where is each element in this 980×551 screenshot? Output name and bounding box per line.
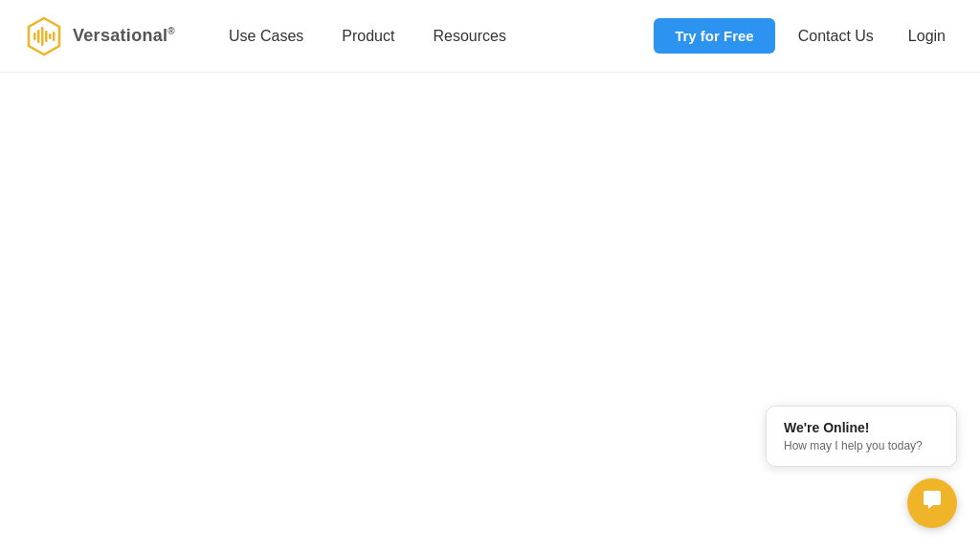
nav-use-cases[interactable]: Use Cases: [213, 20, 319, 53]
nav-actions: Try for Free Contact Us Login: [654, 18, 957, 54]
svg-rect-1: [33, 33, 36, 40]
svg-rect-4: [45, 31, 48, 42]
logo-text: Versational®: [73, 26, 175, 46]
navbar: Versational® Use Cases Product Resources…: [0, 0, 980, 73]
nav-product[interactable]: Product: [326, 20, 410, 53]
svg-rect-5: [49, 33, 52, 39]
nav-resources[interactable]: Resources: [417, 20, 521, 53]
chat-help-text: How may I help you today?: [784, 439, 939, 452]
logo-icon: [23, 15, 65, 57]
svg-rect-6: [53, 32, 56, 41]
svg-rect-3: [41, 27, 44, 46]
contact-us-link[interactable]: Contact Us: [787, 20, 885, 53]
chat-online-label: We're Online!: [784, 420, 939, 435]
login-link[interactable]: Login: [897, 20, 957, 53]
chat-bubble: We're Online! How may I help you today?: [766, 406, 957, 467]
chat-open-button[interactable]: [907, 478, 957, 528]
nav-links: Use Cases Product Resources: [213, 20, 654, 53]
try-for-free-button[interactable]: Try for Free: [654, 18, 775, 54]
chat-icon: [920, 488, 945, 518]
logo-link[interactable]: Versational®: [23, 15, 175, 57]
chat-widget: We're Online! How may I help you today?: [766, 406, 957, 528]
svg-rect-2: [37, 30, 40, 43]
